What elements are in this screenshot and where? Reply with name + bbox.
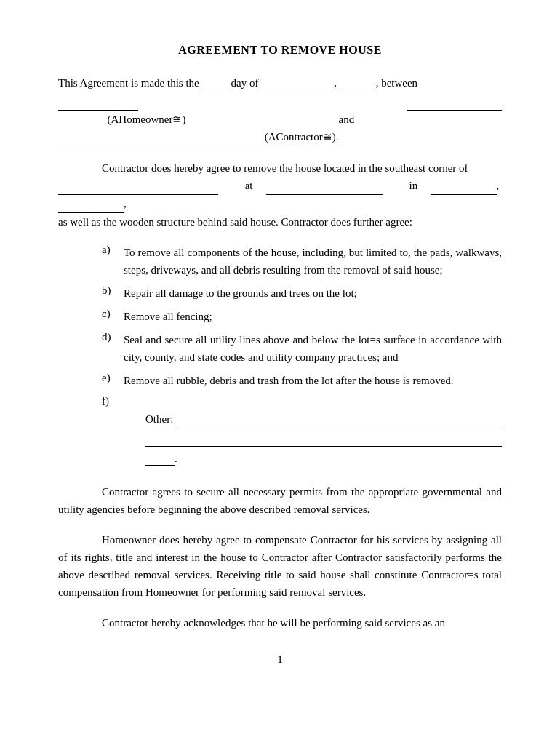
list-label-b: b) xyxy=(102,284,124,302)
list-item-f: f) xyxy=(58,395,502,407)
other-section: Other: . xyxy=(58,413,502,466)
body-para2: Contractor agrees to secure all necessar… xyxy=(58,483,502,518)
other-blank: . xyxy=(145,453,502,466)
list-content-c: Remove all fencing; xyxy=(124,308,502,325)
list-item-d: d) Seal and secure all utility lines abo… xyxy=(58,331,502,366)
list-item-b: b) Repair all damage to the grounds and … xyxy=(58,284,502,302)
other-line2 xyxy=(145,431,502,447)
list-label-c: c) xyxy=(102,308,124,325)
list-label-d: d) xyxy=(102,331,124,366)
list-content-a: To remove all components of the house, i… xyxy=(124,244,502,279)
list-label-a: a) xyxy=(102,244,124,279)
other-underline2 xyxy=(145,434,502,447)
page-number: 1 xyxy=(58,653,502,666)
list-item-e: e) Remove all rubble, debris and trash f… xyxy=(58,372,502,389)
body-para3: Homeowner does hereby agree to compensat… xyxy=(58,531,502,601)
list-content-e: Remove all rubble, debris and trash from… xyxy=(124,372,502,389)
list-content-b: Repair all damage to the grounds and tre… xyxy=(124,284,502,302)
other-label: Other: xyxy=(145,413,173,426)
document-title: AGREEMENT TO REMOVE HOUSE xyxy=(58,44,502,57)
list-content-f xyxy=(124,395,502,407)
list-item-c: c) Remove all fencing; xyxy=(58,308,502,325)
other-underline1 xyxy=(176,413,502,426)
list-container: a) To remove all components of the house… xyxy=(58,244,502,407)
list-content-d: Seal and secure all utility lines above … xyxy=(124,331,502,366)
list-item-a: a) To remove all components of the house… xyxy=(58,244,502,279)
body-para1: Contractor does hereby agree to remove t… xyxy=(58,159,502,231)
other-line1: Other: xyxy=(145,413,502,426)
blank-short-line xyxy=(145,453,175,466)
opening-text: This Agreement is made this the day of ,… xyxy=(58,77,417,89)
body-para4: Contractor hereby acknowledges that he w… xyxy=(58,614,502,632)
list-label-f: f) xyxy=(102,395,124,407)
list-label-e: e) xyxy=(102,372,124,389)
document-container: AGREEMENT TO REMOVE HOUSE This Agreement… xyxy=(58,44,502,666)
opening-paragraph: This Agreement is made this the day of ,… xyxy=(58,74,502,146)
